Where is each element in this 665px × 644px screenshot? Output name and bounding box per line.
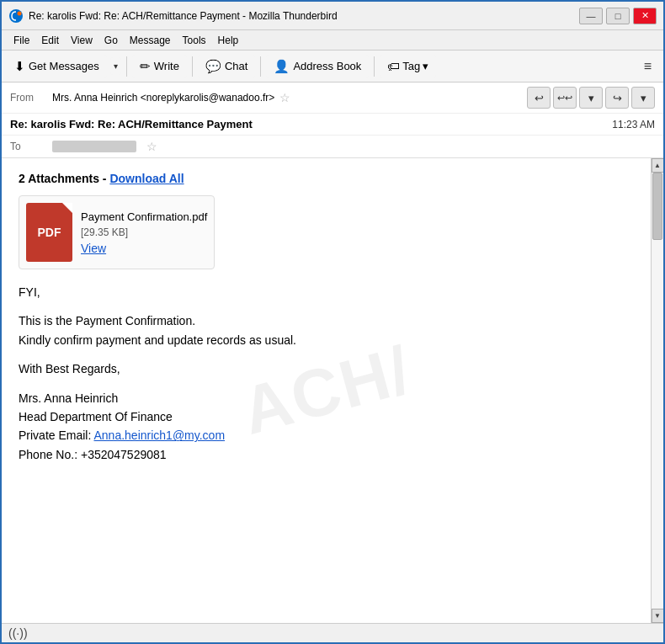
to-row: To ☆ — [2, 136, 663, 157]
header-more-button[interactable]: ▾ — [631, 87, 655, 109]
maximize-button[interactable]: □ — [606, 8, 630, 24]
phone-value: +352047529081 — [81, 448, 167, 461]
menu-help[interactable]: Help — [213, 33, 244, 48]
email-header: From Mrs. Anna Heinrich <noreplykarolis@… — [2, 82, 663, 158]
attachment-size: [29.35 KB] — [81, 226, 207, 238]
download-all-link[interactable]: Download All — [109, 172, 184, 185]
tag-button[interactable]: 🏷 Tag ▾ — [380, 55, 436, 77]
sender-name: Mrs. Anna Heinrich — [19, 391, 118, 405]
time-value: 11:23 AM — [612, 119, 655, 130]
body-content: 2 Attachments - Download All PDF Payment… — [19, 172, 634, 464]
chat-icon: 💬 — [205, 59, 221, 74]
toolbar-separator-1 — [126, 56, 127, 77]
main-window: Re: karolis Fwd: Re: ACH/Remittance Paym… — [0, 0, 665, 644]
title-bar: Re: karolis Fwd: Re: ACH/Remittance Paym… — [2, 2, 663, 30]
attachments-header: 2 Attachments - Download All — [19, 172, 634, 185]
scroll-track — [652, 173, 663, 609]
menu-file[interactable]: File — [8, 33, 35, 48]
forward-button[interactable]: ↪ — [605, 87, 629, 109]
toolbar-separator-3 — [260, 56, 261, 77]
body-text: FYI, This is the Payment Confirmation. K… — [19, 283, 634, 464]
from-label: From — [10, 92, 52, 104]
tag-label: Tag — [402, 60, 420, 72]
to-star-icon[interactable]: ☆ — [146, 140, 157, 153]
tag-dropdown-arrow: ▾ — [423, 60, 428, 72]
get-messages-button[interactable]: ⬇ Get Messages — [7, 55, 107, 78]
to-value-blurred — [52, 141, 136, 152]
body-signature: Mrs. Anna Heinrich Head Department Of Fi… — [19, 389, 634, 465]
from-row: From Mrs. Anna Heinrich <noreplykarolis@… — [2, 82, 663, 114]
chat-button[interactable]: 💬 Chat — [198, 55, 255, 78]
subject-row: Re: karolis Fwd: Re: ACH/Remittance Paym… — [2, 114, 663, 136]
tag-icon: 🏷 — [387, 59, 400, 73]
close-button[interactable]: ✕ — [633, 8, 657, 24]
private-email-label: Private Email: — [19, 428, 91, 442]
thunderbird-icon — [8, 8, 24, 24]
scroll-thumb[interactable] — [652, 173, 662, 240]
title-bar-controls: — □ ✕ — [579, 8, 657, 24]
address-book-icon: 👤 — [274, 59, 290, 74]
header-action-buttons: ↩ ↩↩ ▾ ↪ ▾ — [527, 87, 655, 109]
write-button[interactable]: ✏ Write — [132, 55, 187, 78]
sender-title: Head Department Of Finance — [19, 410, 173, 423]
menu-bar: File Edit View Go Message Tools Help — [2, 30, 663, 51]
menu-tools[interactable]: Tools — [178, 33, 211, 48]
toolbar: ⬇ Get Messages ▾ ✏ Write 💬 Chat 👤 Addres… — [2, 51, 663, 82]
email-body: ACH/ 2 Attachments - Download All PDF Pa… — [2, 158, 651, 623]
private-email-link[interactable]: Anna.heinrich1@my.com — [93, 428, 225, 442]
attachment-view-link[interactable]: View — [81, 242, 207, 255]
svg-point-1 — [18, 11, 22, 15]
write-label: Write — [154, 60, 179, 72]
email-body-container: ACH/ 2 Attachments - Download All PDF Pa… — [2, 158, 663, 623]
address-book-button[interactable]: 👤 Address Book — [266, 55, 369, 78]
attachment-name: Payment Confirmation.pdf — [81, 210, 207, 223]
reply-button[interactable]: ↩ — [527, 87, 551, 109]
toolbar-separator-4 — [374, 56, 375, 77]
attachment-info: Payment Confirmation.pdf [29.35 KB] View — [81, 210, 207, 255]
body-paragraph: This is the Payment Confirmation. Kindly… — [19, 311, 634, 349]
to-label: To — [10, 141, 52, 152]
from-star-icon[interactable]: ☆ — [279, 91, 290, 104]
body-line1: This is the Payment Confirmation. — [19, 314, 195, 327]
reply-all-button[interactable]: ↩↩ — [553, 87, 577, 109]
get-messages-label: Get Messages — [29, 60, 99, 72]
menu-message[interactable]: Message — [125, 33, 176, 48]
from-value: Mrs. Anna Heinrich <noreplykarolis@wanad… — [52, 92, 274, 104]
status-bar: ((·)) — [2, 623, 663, 642]
phone-label: Phone No.: — [19, 448, 77, 461]
address-book-label: Address Book — [293, 60, 361, 72]
menu-view[interactable]: View — [66, 33, 98, 48]
toolbar-separator-2 — [192, 56, 193, 77]
title-bar-left: Re: karolis Fwd: Re: ACH/Remittance Paym… — [8, 8, 338, 24]
menu-edit[interactable]: Edit — [36, 33, 64, 48]
minimize-button[interactable]: — — [579, 8, 603, 24]
get-messages-icon: ⬇ — [14, 59, 25, 74]
status-icon: ((·)) — [8, 626, 28, 640]
pdf-icon: PDF — [26, 203, 72, 262]
attachments-count: 2 Attachments — [19, 172, 99, 185]
scroll-up-button[interactable]: ▲ — [652, 158, 664, 173]
header-down-button[interactable]: ▾ — [579, 87, 603, 109]
scrollbar[interactable]: ▲ ▼ — [651, 158, 663, 623]
write-icon: ✏ — [140, 59, 151, 74]
body-regards: With Best Regards, — [19, 359, 634, 378]
get-messages-dropdown[interactable]: ▾ — [110, 57, 121, 75]
body-line2: Kindly confirm payment and update record… — [19, 333, 296, 347]
chat-label: Chat — [225, 60, 247, 72]
scroll-down-button[interactable]: ▼ — [652, 609, 664, 623]
hamburger-menu[interactable]: ≡ — [637, 56, 658, 77]
body-greeting: FYI, — [19, 283, 634, 301]
window-title: Re: karolis Fwd: Re: ACH/Remittance Paym… — [29, 10, 338, 22]
subject-value: Re: karolis Fwd: Re: ACH/Remittance Paym… — [10, 118, 253, 130]
pdf-label: PDF — [38, 226, 61, 239]
attachment-box: PDF Payment Confirmation.pdf [29.35 KB] … — [19, 195, 215, 269]
menu-go[interactable]: Go — [99, 33, 123, 48]
